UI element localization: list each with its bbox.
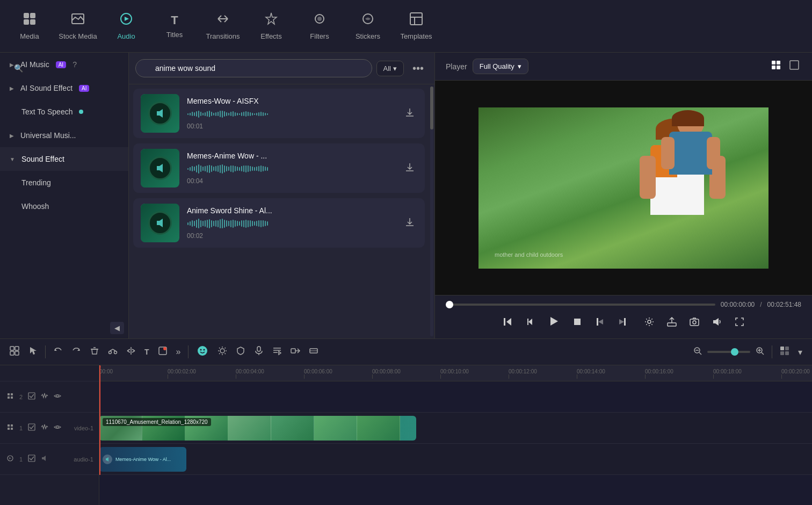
- sidebar-item-sound-effect[interactable]: ▼ Sound Effect: [0, 147, 128, 171]
- volume-icon: [712, 316, 722, 327]
- stop-btn[interactable]: [569, 314, 586, 332]
- skip-back-btn[interactable]: [499, 314, 516, 332]
- sidebar-item-trending[interactable]: Trending: [0, 171, 128, 194]
- audio-track-add-btn[interactable]: [5, 453, 15, 465]
- audio-item-3[interactable]: Anime Sword Shine - Al... 00:02: [133, 198, 425, 248]
- face-btn[interactable]: [193, 342, 212, 362]
- nav-stickers[interactable]: Stickers: [344, 5, 392, 48]
- redo-btn[interactable]: [68, 344, 84, 360]
- add-video-icon: [6, 423, 14, 431]
- text-btn[interactable]: T: [141, 345, 153, 358]
- audio-download-3[interactable]: [402, 214, 417, 232]
- auto-music-btn[interactable]: [269, 344, 285, 360]
- collapse-btn[interactable]: ◀: [110, 322, 124, 334]
- nav-templates[interactable]: Templates: [392, 5, 440, 48]
- audio-item-1[interactable]: Memes-Wow - AISFX 00:01: [133, 89, 425, 138]
- track2-eye-btn[interactable]: [53, 391, 62, 402]
- track2-add-btn[interactable]: [5, 391, 15, 402]
- track1-add-btn[interactable]: [5, 422, 15, 434]
- shield-btn[interactable]: [233, 344, 249, 360]
- svg-rect-1: [30, 13, 35, 18]
- export-btn[interactable]: [663, 314, 680, 332]
- nav-transitions[interactable]: Transitions: [199, 5, 247, 48]
- audio-track-vol-btn[interactable]: [40, 453, 49, 465]
- ai-music-help[interactable]: ?: [73, 60, 77, 69]
- zoom-in-btn[interactable]: [752, 344, 767, 359]
- svg-rect-45: [785, 351, 789, 355]
- mark-out-btn[interactable]: [614, 314, 631, 332]
- undo-btn[interactable]: [50, 344, 66, 360]
- nav-effects[interactable]: Effects: [247, 5, 295, 48]
- clip-duration-btn[interactable]: [306, 344, 322, 360]
- audio-duration-1: 00:01: [187, 122, 395, 130]
- sun-btn[interactable]: [214, 344, 230, 360]
- nav-media[interactable]: Media: [5, 5, 54, 48]
- search-input[interactable]: [135, 59, 372, 77]
- play-btn[interactable]: [544, 313, 563, 333]
- fullscreen-view-btn[interactable]: [787, 58, 801, 75]
- nav-filters[interactable]: Filters: [295, 5, 344, 48]
- keyframe-btn[interactable]: [287, 344, 303, 360]
- track1-save-btn[interactable]: [27, 422, 37, 434]
- nav-audio[interactable]: Audio: [102, 5, 150, 48]
- timeline-right[interactable]: 00:0000:00:02:0000:00:04:0000:00:06:0000…: [99, 365, 812, 505]
- zoom-ctrl: [690, 344, 767, 359]
- filter-dropdown[interactable]: All ▾: [376, 61, 404, 76]
- audio-clip[interactable]: Memes-Anime Wow - Al...: [99, 447, 186, 472]
- more-tools-btn[interactable]: »: [173, 345, 184, 359]
- layout-more-btn[interactable]: ▾: [795, 345, 806, 359]
- track2-save-btn[interactable]: [27, 391, 37, 402]
- sidebar-item-ai-sound-effect[interactable]: ▶ AI Sound Effect AI: [0, 76, 128, 100]
- grid-view-btn[interactable]: [769, 58, 783, 75]
- track1-eye-btn[interactable]: [53, 422, 62, 434]
- sidebar-item-whoosh[interactable]: Whoosh: [0, 194, 128, 218]
- nav-titles[interactable]: T Titles: [150, 5, 199, 48]
- fullscreen-icon: [789, 60, 799, 70]
- scroll-track[interactable]: [430, 86, 433, 336]
- sidebar-item-universal-music[interactable]: ▶ Universal Musi...: [0, 124, 128, 147]
- frame-4: [228, 416, 271, 441]
- add-track-btn[interactable]: [6, 344, 23, 360]
- zoom-out-btn[interactable]: [690, 344, 705, 359]
- settings-btn[interactable]: [641, 314, 658, 332]
- layout-btn[interactable]: [777, 344, 793, 360]
- ruler-spacer: [0, 365, 99, 381]
- svg-rect-19: [597, 318, 598, 326]
- zoom-slider[interactable]: [707, 351, 750, 353]
- nav-stickers-label: Stickers: [356, 32, 380, 40]
- video-clip[interactable]: 1110670_Amusement_Relation_1280x720: [99, 416, 416, 441]
- mic-btn[interactable]: [251, 344, 267, 360]
- ruler-tick-0: 00:00: [99, 369, 113, 379]
- quality-select[interactable]: Full Quality ▾: [473, 59, 528, 74]
- delete-btn[interactable]: [86, 344, 103, 360]
- video-clip-label: 1110670_Amusement_Relation_1280x720: [103, 418, 211, 426]
- auto-music-icon: [272, 346, 282, 356]
- select-btn[interactable]: [25, 344, 41, 360]
- scroll-thumb[interactable]: [430, 86, 433, 129]
- sidebar-collapse[interactable]: ◀: [0, 318, 128, 338]
- zoom-thumb[interactable]: [731, 348, 738, 356]
- sun-icon: [218, 346, 227, 356]
- audio-download-2[interactable]: [402, 160, 417, 177]
- track-row-audio[interactable]: Memes-Anime Wow - Al...: [99, 444, 812, 475]
- audio-track-save-btn[interactable]: [27, 453, 37, 465]
- audio-item-2[interactable]: Memes-Anime Wow - ... 00:04: [133, 143, 425, 193]
- sidebar-item-text-to-speech[interactable]: Text To Speech: [0, 100, 128, 124]
- track2-audio-btn[interactable]: [40, 391, 49, 402]
- track1-audio-btn[interactable]: [40, 422, 49, 434]
- mark-in-btn[interactable]: [591, 314, 608, 332]
- fullscreen-btn[interactable]: [731, 314, 748, 332]
- volume-btn[interactable]: [708, 314, 726, 332]
- audio-download-1[interactable]: [402, 105, 417, 122]
- box-btn[interactable]: [155, 344, 171, 360]
- mark-in-icon: [595, 316, 605, 327]
- step-back-btn[interactable]: [521, 314, 539, 332]
- cut-btn[interactable]: [105, 344, 121, 360]
- nav-stock-media[interactable]: Stock Media: [54, 5, 102, 48]
- more-options-btn[interactable]: •••: [408, 60, 428, 77]
- snapshot-btn[interactable]: [686, 314, 703, 332]
- split-btn[interactable]: [123, 344, 139, 360]
- progress-track[interactable]: [446, 304, 715, 306]
- progress-thumb[interactable]: [446, 301, 453, 308]
- track-row-video[interactable]: 1110670_Amusement_Relation_1280x720: [99, 413, 812, 444]
